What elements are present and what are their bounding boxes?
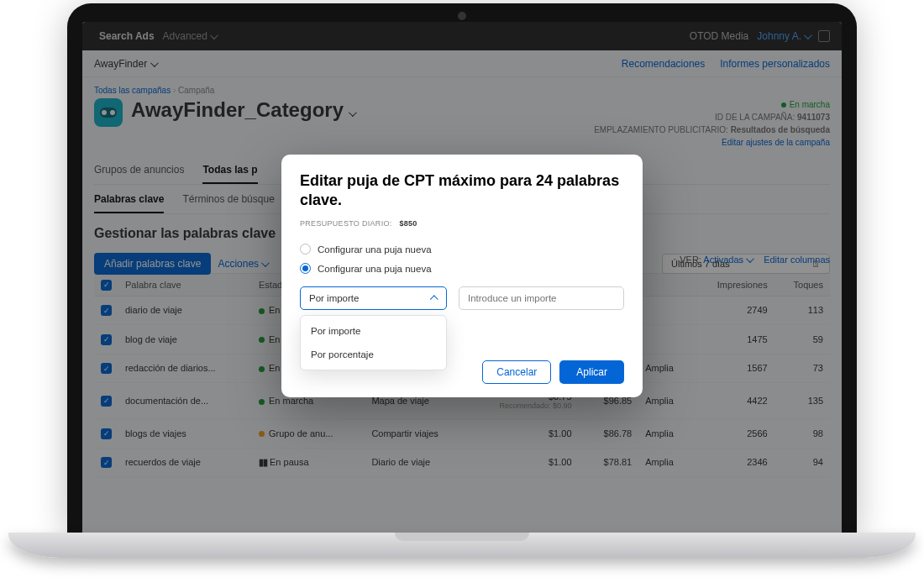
amount-input[interactable]	[459, 286, 624, 310]
radio-label: Configurar una puja nueva	[318, 244, 432, 255]
select-button[interactable]: Por importe	[300, 286, 447, 310]
radio-icon	[300, 263, 311, 274]
select-value: Por importe	[309, 293, 359, 303]
apply-button[interactable]: Aplicar	[559, 360, 624, 384]
option-by-amount[interactable]: Por importe	[301, 319, 446, 343]
edit-bid-modal: Editar puja de CPT máximo para 24 palabr…	[281, 155, 643, 397]
screen: Search Ads Advanced OTOD Media Johnny A.…	[82, 22, 842, 533]
radio-option-2[interactable]: Configurar una puja nueva	[300, 259, 624, 278]
daily-budget: PRESUPUESTO DIARIO: $850	[300, 219, 624, 228]
option-by-percentage[interactable]: Por porcentaje	[301, 343, 446, 366]
laptop-base	[8, 533, 916, 558]
bid-controls: Por importe Por importe Por porcentaje	[300, 286, 624, 310]
bid-radio-group: Configurar una puja nueva Configurar una…	[300, 239, 624, 278]
chevron-up-icon	[432, 293, 438, 303]
radio-option-1[interactable]: Configurar una puja nueva	[300, 239, 624, 259]
cancel-button[interactable]: Cancelar	[482, 360, 551, 384]
radio-icon	[300, 244, 311, 255]
budget-label: PRESUPUESTO DIARIO:	[300, 219, 392, 228]
laptop-frame: Search Ads Advanced OTOD Media Johnny A.…	[67, 3, 857, 533]
radio-label: Configurar una puja nueva	[318, 264, 432, 274]
budget-value: $850	[399, 219, 417, 228]
camera-notch	[458, 12, 466, 20]
select-dropdown: Por importe Por porcentaje	[300, 315, 447, 370]
modal-title: Editar puja de CPT máximo para 24 palabr…	[300, 171, 624, 209]
bid-type-select[interactable]: Por importe Por importe Por porcentaje	[300, 286, 447, 310]
